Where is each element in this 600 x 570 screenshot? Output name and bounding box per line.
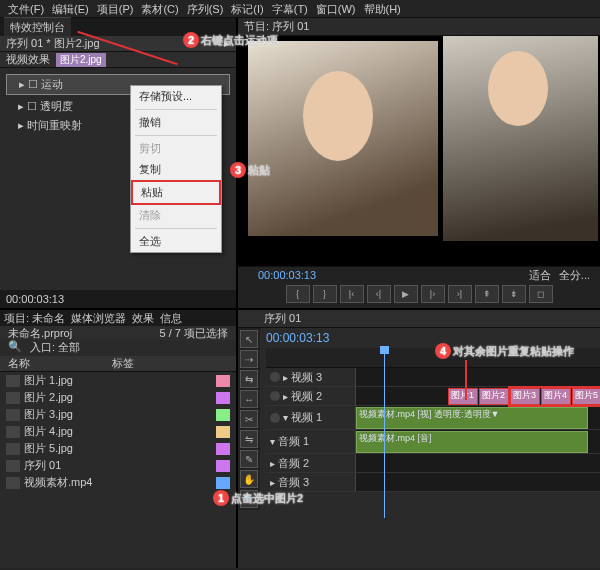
rate-stretch-tool[interactable]: ↔: [240, 390, 258, 408]
playhead[interactable]: [384, 348, 385, 518]
image-icon: [6, 392, 20, 404]
project-item-count: 5 / 7 项已选择: [160, 326, 228, 340]
program-timecode: 00:00:03:13: [248, 267, 326, 283]
context-menu: 存储预设... 撤销 剪切 复制 粘贴 清除 全选: [130, 85, 222, 253]
ctx-save-preset[interactable]: 存储预设...: [131, 86, 221, 107]
menu-window[interactable]: 窗口(W): [312, 0, 360, 17]
razor-tool[interactable]: ✂: [240, 410, 258, 428]
tab-project[interactable]: 项目: 未命名: [4, 311, 65, 326]
sequence-ref-text: 序列 01 * 图片2.jpg: [6, 36, 100, 51]
sequence-icon: [6, 460, 20, 472]
bin-item[interactable]: 图片 1.jpg: [0, 372, 236, 389]
program-monitor-viewport[interactable]: [238, 36, 600, 266]
ctx-undo[interactable]: 撤销: [131, 112, 221, 133]
program-monitor-panel: 节目: 序列 01 00:00:03:13 适合 全分... { } |‹ ‹|…: [238, 18, 600, 308]
zoom-fit[interactable]: 适合: [529, 268, 551, 283]
project-panel: 项目: 未命名 媒体浏览器 效果 信息 未命名.prproj 5 / 7 项已选…: [0, 310, 238, 568]
play-button[interactable]: ▶: [394, 285, 418, 303]
eye-icon[interactable]: [270, 413, 280, 423]
hand-tool[interactable]: ✋: [240, 470, 258, 488]
annotation-box-images: [508, 386, 600, 407]
lift-button[interactable]: ⇞: [475, 285, 499, 303]
ctx-cut: 剪切: [131, 138, 221, 159]
track-header-v3[interactable]: ▸ 视频 3: [266, 368, 356, 386]
tab-timeline[interactable]: 序列 01: [264, 311, 301, 326]
image-icon: [6, 426, 20, 438]
annotation-1: 1点击选中图片2: [213, 490, 303, 506]
tab-info[interactable]: 信息: [160, 311, 182, 326]
clip-video[interactable]: 视频素材.mp4 [视] 透明度:透明度▼: [356, 407, 588, 429]
video-effects-heading: 视频效果: [6, 52, 50, 67]
col-name[interactable]: 名称: [8, 356, 30, 371]
track-header-a1[interactable]: ▾ 音频 1: [266, 430, 356, 453]
ctx-select-all[interactable]: 全选: [131, 231, 221, 252]
menu-sequence[interactable]: 序列(S): [183, 0, 228, 17]
label-swatch[interactable]: [216, 375, 230, 387]
resolution-dropdown[interactable]: 全分...: [559, 268, 590, 283]
ctx-copy[interactable]: 复制: [131, 159, 221, 180]
bin-filter[interactable]: 入口: 全部: [30, 340, 80, 356]
project-bin-list: 图片 1.jpg 图片 2.jpg 图片 3.jpg 图片 4.jpg 图片 5…: [0, 372, 236, 568]
eye-icon[interactable]: [270, 391, 280, 401]
pen-tool[interactable]: ✎: [240, 450, 258, 468]
ripple-edit-tool[interactable]: ⇆: [240, 370, 258, 388]
annotation-2: 2右键点击运动项: [183, 32, 278, 48]
label-swatch[interactable]: [216, 477, 230, 489]
timeline-timecode[interactable]: 00:00:03:13: [266, 331, 329, 345]
effect-controls-timecode: 00:00:03:13: [6, 293, 64, 305]
annotation-3: 3粘贴: [230, 162, 270, 178]
bin-item[interactable]: 图片 3.jpg: [0, 406, 236, 423]
ctx-clear: 清除: [131, 205, 221, 226]
tool-palette: ↖ ⇢ ⇆ ↔ ✂ ⇋ ✎ ✋ 🔍: [238, 328, 260, 510]
step-back-button[interactable]: ‹|: [367, 285, 391, 303]
clip-audio[interactable]: 视频素材.mp4 [音]: [356, 431, 588, 453]
menu-edit[interactable]: 编辑(E): [48, 0, 93, 17]
bin-item[interactable]: 图片 2.jpg: [0, 389, 236, 406]
label-swatch[interactable]: [216, 443, 230, 455]
image-icon: [6, 443, 20, 455]
label-swatch[interactable]: [216, 426, 230, 438]
label-swatch[interactable]: [216, 392, 230, 404]
project-filename: 未命名.prproj: [8, 326, 72, 340]
export-frame-button[interactable]: ◻: [529, 285, 553, 303]
go-to-in-button[interactable]: |‹: [340, 285, 364, 303]
menu-title[interactable]: 字幕(T): [268, 0, 312, 17]
tab-media-browser[interactable]: 媒体浏览器: [71, 311, 126, 326]
annotation-arrow: [465, 360, 467, 400]
col-label[interactable]: 标签: [112, 356, 134, 371]
clip-image2[interactable]: 图片2: [479, 388, 509, 405]
slip-tool[interactable]: ⇋: [240, 430, 258, 448]
mark-in-button[interactable]: {: [286, 285, 310, 303]
extract-button[interactable]: ⇟: [502, 285, 526, 303]
video-icon: [6, 477, 20, 489]
label-swatch[interactable]: [216, 460, 230, 472]
track-select-tool[interactable]: ⇢: [240, 350, 258, 368]
track-header-a2[interactable]: ▸ 音频 2: [266, 454, 356, 472]
menubar: 文件(F) 编辑(E) 项目(P) 素材(C) 序列(S) 标记(I) 字幕(T…: [0, 0, 600, 18]
bin-item[interactable]: 视频素材.mp4: [0, 474, 236, 491]
bin-item[interactable]: 图片 4.jpg: [0, 423, 236, 440]
go-to-out-button[interactable]: ›|: [448, 285, 472, 303]
label-swatch[interactable]: [216, 409, 230, 421]
tab-effects[interactable]: 效果: [132, 311, 154, 326]
menu-marker[interactable]: 标记(I): [227, 0, 267, 17]
track-header-v1[interactable]: ▾ 视频 1: [266, 406, 356, 429]
tab-effect-controls[interactable]: 特效控制台: [4, 17, 71, 37]
bin-item[interactable]: 序列 01: [0, 457, 236, 474]
ctx-paste[interactable]: 粘贴: [131, 180, 221, 205]
image-icon: [6, 409, 20, 421]
menu-help[interactable]: 帮助(H): [360, 0, 405, 17]
transport-controls: { } |‹ ‹| ▶ |› ›| ⇞ ⇟ ◻: [238, 283, 600, 305]
mark-out-button[interactable]: }: [313, 285, 337, 303]
track-header-v2[interactable]: ▸ 视频 2: [266, 387, 356, 405]
track-header-a3[interactable]: ▸ 音频 3: [266, 473, 356, 491]
menu-clip[interactable]: 素材(C): [137, 0, 182, 17]
menu-project[interactable]: 项目(P): [93, 0, 138, 17]
selection-tool[interactable]: ↖: [240, 330, 258, 348]
menu-file[interactable]: 文件(F): [4, 0, 48, 17]
clip-image1[interactable]: 图片1: [448, 388, 478, 405]
eye-icon[interactable]: [270, 372, 280, 382]
bin-item[interactable]: 图片 5.jpg: [0, 440, 236, 457]
search-icon[interactable]: 🔍: [8, 340, 22, 356]
step-fwd-button[interactable]: |›: [421, 285, 445, 303]
